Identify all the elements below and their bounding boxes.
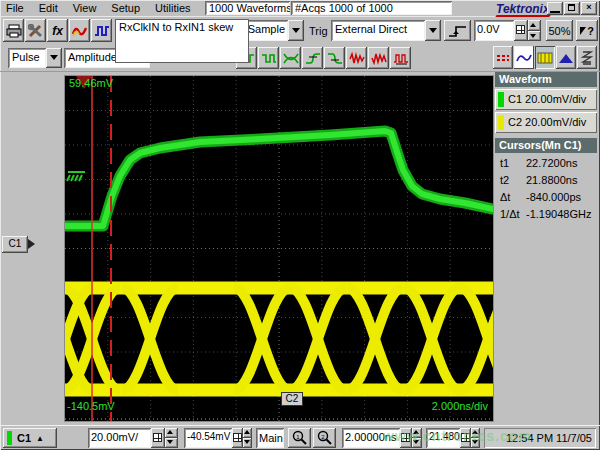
trigger-slope-button[interactable] [444, 20, 471, 41]
eye-pattern-icon [283, 52, 299, 65]
bottom-voltage-readout: -140.5mV [67, 400, 115, 412]
measure-category-value: Pulse [8, 48, 46, 68]
measure-burst-button[interactable] [346, 47, 367, 69]
print-button[interactable] [3, 19, 24, 42]
menu-edit[interactable]: Edit [39, 2, 58, 14]
trig-label: Trig [309, 25, 328, 37]
measure-eye-button[interactable] [280, 47, 301, 69]
cursor-style-button[interactable] [493, 46, 513, 69]
horizontal-scale-keypad-button[interactable] [400, 428, 412, 448]
c1-color-chip [7, 431, 12, 445]
readout-sidebar: Waveform C1 20.00mV/div C2 20.00mV/div C… [493, 72, 600, 425]
minimize-icon [550, 11, 560, 13]
spinner-up-icon [244, 430, 250, 434]
spinner-up-icon [413, 430, 419, 434]
zoom-in-icon: 1 [292, 430, 308, 446]
trigger-source-dropdown-button[interactable] [425, 20, 441, 41]
menu-view[interactable]: View [73, 2, 97, 14]
fx-button[interactable]: fx [47, 19, 68, 42]
zoom-out-button[interactable]: 2 [313, 428, 336, 448]
menu-utilities[interactable]: Utilities [155, 2, 190, 14]
vertical-scale-keypad-button[interactable] [151, 428, 165, 448]
horizontal-position-keypad-button[interactable] [460, 428, 471, 448]
spin-up-button[interactable] [471, 428, 480, 438]
spin-down-button[interactable] [165, 438, 178, 448]
vertical-position-input[interactable]: -40.54mV [184, 428, 232, 448]
svg-text:2: 2 [321, 434, 325, 440]
set-level-50-button[interactable]: 50% [546, 20, 573, 41]
spinner-down-icon [413, 440, 419, 444]
vertical-position-keypad-button[interactable] [232, 428, 243, 448]
graticule[interactable]: 59.46mV -140.5mV 2.000ns/div C2 [65, 76, 493, 421]
measure-rise-time-button[interactable] [302, 47, 323, 69]
c1-position-marker[interactable]: C1 [2, 236, 28, 253]
spinner-down-icon [530, 34, 536, 38]
restore-button[interactable] [564, 2, 580, 15]
horizontal-position-spinner [471, 428, 480, 448]
channel-row-c1[interactable]: C1 20.00mV/div [495, 89, 597, 110]
trigger-source-select[interactable]: External Direct [331, 20, 441, 41]
waveform-style-button[interactable] [514, 46, 534, 69]
horizontal-scale-control: 2.00000ns [342, 428, 422, 448]
burst-width-icon [349, 52, 365, 65]
keypad-icon [516, 25, 525, 34]
spin-down-button[interactable] [528, 31, 541, 42]
measure-noise-button[interactable] [368, 47, 389, 69]
mask-x-icon [581, 51, 593, 65]
keypad-icon [461, 433, 470, 442]
menu-file[interactable]: File [6, 2, 24, 14]
toolbox-icon [28, 24, 44, 38]
spinner-up-icon [472, 430, 478, 434]
trigger-source-value: External Direct [331, 20, 425, 41]
measure-pulse-button[interactable] [258, 47, 279, 69]
mask-test-button[interactable] [577, 46, 597, 69]
intensity-button[interactable] [535, 46, 555, 69]
spin-down-button[interactable] [412, 438, 422, 448]
cursor-row-inverse-dt: 1/Δt-1.19048GHz [493, 208, 600, 224]
minimize-button[interactable] [547, 2, 563, 15]
annotation-note[interactable]: RxClkIN to RxIN1 skew [115, 19, 249, 63]
spin-up-button[interactable] [165, 428, 178, 438]
tektronix-logo: Tektronix [496, 2, 550, 17]
horizontal-pulse-icon [94, 24, 110, 38]
cursor-dashes-icon [496, 52, 510, 64]
restore-icon [568, 4, 575, 11]
printer-icon [6, 24, 22, 38]
keypad-icon [153, 433, 162, 442]
measurement-toolbar: Pulse Amplitude [0, 45, 600, 72]
spinner-down-icon [244, 440, 250, 444]
horizontal-position-input[interactable]: 21.4800ns [426, 428, 460, 448]
vertical-scale-input[interactable]: 20.00mV/ [88, 428, 151, 448]
spin-up-button[interactable] [412, 428, 422, 438]
channel-select-button[interactable]: C1 ▲ [3, 428, 57, 448]
trigger-level-input[interactable]: 0.0V [474, 20, 514, 41]
vertical-scale-control: 20.00mV/ [88, 428, 180, 448]
chevron-down-icon [50, 55, 58, 60]
histogram-button[interactable] [556, 46, 576, 69]
menu-setup[interactable]: Setup [111, 2, 140, 14]
context-help-button[interactable]: ? [576, 20, 598, 41]
horizontal-scale-input[interactable]: 2.00000ns [342, 428, 400, 448]
measure-category-select[interactable]: Pulse [8, 48, 62, 68]
spin-up-button[interactable] [243, 428, 252, 438]
spin-down-button[interactable] [243, 438, 252, 448]
measure-fall-time-button[interactable] [324, 47, 345, 69]
chevron-down-icon [292, 28, 300, 33]
trigger-level-keypad-button[interactable] [514, 20, 528, 41]
tools-button[interactable] [25, 19, 46, 42]
zoom-in-button[interactable]: 1 [288, 428, 311, 448]
spin-up-button[interactable] [528, 20, 541, 31]
horizontal-setup-button[interactable] [91, 19, 112, 42]
spinner-up-icon [530, 23, 536, 27]
measure-pulse-train-button[interactable] [390, 47, 411, 69]
vertical-setup-button[interactable] [69, 19, 90, 42]
measure-category-dropdown-button[interactable] [46, 48, 62, 68]
acquisition-mode-dropdown-button[interactable] [288, 20, 304, 41]
c2-color-chip [498, 115, 504, 130]
fx-icon: fx [52, 24, 63, 38]
channel-row-c2[interactable]: C2 20.00mV/div [495, 112, 597, 133]
spin-down-button[interactable] [471, 438, 480, 448]
timebase-mode-field[interactable]: Main [256, 428, 284, 448]
close-button[interactable]: × [581, 2, 597, 15]
top-voltage-readout: 59.46mV [69, 77, 113, 89]
